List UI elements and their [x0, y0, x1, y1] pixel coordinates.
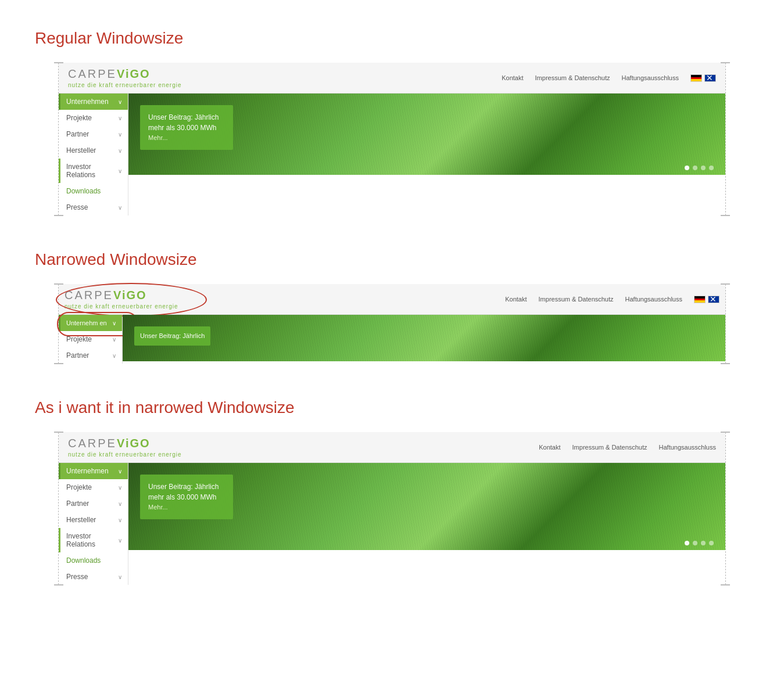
flag-de-n[interactable] — [694, 296, 706, 303]
nav-links-regular: Kontakt Impressum & Datenschutz Haftungs… — [502, 74, 716, 82]
sidebar-item-projekte[interactable]: Projekte ∨ — [59, 110, 128, 126]
hero-area-narrowed: Unser Beitrag: Jährlich — [123, 315, 725, 361]
nav-haftung-d[interactable]: Haftungsausschluss — [659, 444, 716, 451]
logo-narrowed: CARPEViGO nutze die kraft erneuerbarer e… — [65, 289, 178, 310]
nav-kontakt[interactable]: Kontakt — [502, 74, 523, 81]
logo-tagline: nutze die kraft erneuerbarer energie — [68, 82, 182, 88]
sidebar-narrowed: Unternehm en ∨ Projekte ∨ Partner ∨ — [59, 315, 123, 364]
sidebar-item-unternehmen-d[interactable]: Unternehmen ∨ — [59, 463, 128, 479]
nav-kontakt-n[interactable]: Kontakt — [505, 296, 527, 303]
dot-d-1 — [685, 541, 689, 545]
dot-2 — [693, 166, 697, 170]
site-header-regular: CARPEViGO nutze die kraft erneuerbarer e… — [59, 63, 725, 94]
sidebar-item-presse[interactable]: Presse ∨ — [59, 199, 128, 215]
chevron-icon: ∨ — [118, 574, 122, 580]
flag-de[interactable] — [690, 74, 702, 82]
chevron-icon: ∨ — [118, 517, 122, 523]
logo-regular: CARPEViGO nutze die kraft erneuerbarer e… — [68, 67, 182, 88]
nav-kontakt-d[interactable]: Kontakt — [539, 444, 560, 451]
sidebar-desired: Unternehmen ∨ Projekte ∨ Partner ∨ Herst… — [59, 463, 128, 585]
sidebar-item-investor-d[interactable]: Investor Relations ∨ — [59, 528, 128, 552]
site-header-narrowed: CARPEViGO nutze die kraft erneuerbarer e… — [59, 284, 725, 315]
dot-1 — [685, 166, 689, 170]
dot-d-4 — [709, 541, 714, 545]
sidebar-item-partner[interactable]: Partner ∨ — [59, 126, 128, 142]
sidebar-item-hersteller-d[interactable]: Hersteller ∨ — [59, 512, 128, 528]
chevron-icon: ∨ — [118, 115, 122, 121]
dot-4 — [709, 166, 714, 170]
flag-uk-n[interactable] — [708, 296, 719, 303]
chevron-icon: ∨ — [118, 148, 122, 154]
logo-tagline-narrowed: nutze die kraft erneuerbarer energie — [65, 303, 178, 310]
section-title-regular: Regular Windowsize — [35, 29, 749, 48]
sidebar-item-presse-d[interactable]: Presse ∨ — [59, 569, 128, 585]
chevron-icon-d: ∨ — [118, 468, 122, 475]
chevron-icon: ∨ — [118, 537, 122, 544]
logo-desired: CARPEViGO nutze die kraft erneuerbarer e… — [68, 437, 182, 458]
hero-text-d: Unser Beitrag: Jährlich mehr als 30.000 … — [148, 482, 225, 502]
hero-mehr[interactable]: Mehr... — [148, 133, 225, 143]
logo-text-narrowed: CARPEViGO — [65, 289, 178, 302]
main-content-desired: Unser Beitrag: Jährlich mehr als 30.000 … — [128, 463, 725, 585]
sidebar-item-investor[interactable]: Investor Relations ∨ — [59, 159, 128, 183]
section-title-narrowed: Narrowed Windowsize — [35, 250, 749, 269]
nav-haftung-n[interactable]: Haftungsausschluss — [625, 296, 682, 303]
sidebar-item-unternehmen-n[interactable]: Unternehm en ∨ — [59, 315, 122, 331]
sidebar-regular: Unternehmen ∨ Projekte ∨ Partner ∨ Herst… — [59, 94, 128, 215]
sidebar-item-partner-d[interactable]: Partner ∨ — [59, 495, 128, 512]
chevron-icon: ∨ — [118, 168, 122, 174]
hero-text: Unser Beitrag: Jährlich mehr als 30.000 … — [148, 112, 225, 133]
flag-icons-n — [694, 296, 719, 303]
site-header-desired: CARPEViGO nutze die kraft erneuerbarer e… — [59, 432, 725, 463]
nav-impressum-n[interactable]: Impressum & Datenschutz — [539, 296, 614, 303]
hero-area-desired: Unser Beitrag: Jährlich mehr als 30.000 … — [128, 463, 725, 550]
hero-grass-n — [123, 315, 725, 361]
nav-impressum[interactable]: Impressum & Datenschutz — [535, 74, 610, 81]
hero-text-n: Unser Beitrag: Jährlich — [140, 331, 205, 341]
chevron-icon: ∨ — [118, 501, 122, 507]
hero-mehr-d[interactable]: Mehr... — [148, 502, 225, 512]
hero-area-regular: Unser Beitrag: Jährlich mehr als 30.000 … — [128, 94, 725, 175]
flag-icons — [690, 74, 716, 82]
sidebar-item-projekte-n[interactable]: Projekte ∨ — [59, 331, 122, 347]
nav-impressum-d[interactable]: Impressum & Datenschutz — [572, 444, 647, 451]
main-content-narrowed: Unser Beitrag: Jährlich — [123, 315, 725, 364]
frame-narrowed: CARPEViGO nutze die kraft erneuerbarer e… — [58, 284, 726, 364]
sidebar-item-downloads[interactable]: Downloads — [59, 183, 128, 199]
logo-tagline-desired: nutze die kraft erneuerbarer energie — [68, 451, 182, 458]
nav-haftung[interactable]: Haftungsausschluss — [622, 74, 679, 81]
logo-text: CARPEViGO — [68, 67, 182, 81]
sidebar-item-projekte-d[interactable]: Projekte ∨ — [59, 479, 128, 495]
chevron-icon: ∨ — [112, 353, 116, 359]
sidebar-item-downloads-d[interactable]: Downloads — [59, 552, 128, 569]
chevron-icon-n: ∨ — [112, 319, 116, 327]
hero-overlay-d: Unser Beitrag: Jährlich mehr als 30.000 … — [140, 475, 233, 519]
hero-overlay-n: Unser Beitrag: Jährlich — [134, 326, 210, 346]
nav-links-narrowed: Kontakt Impressum & Datenschutz Haftungs… — [505, 296, 719, 303]
section-title-desired: As i want it in narrowed Windowsize — [35, 398, 749, 417]
sidebar-item-unternehmen[interactable]: Unternehmen ∨ — [59, 94, 128, 110]
main-content-regular: Unser Beitrag: Jährlich mehr als 30.000 … — [128, 94, 725, 215]
sidebar-item-hersteller[interactable]: Hersteller ∨ — [59, 142, 128, 159]
sidebar-item-partner-n[interactable]: Partner ∨ — [59, 347, 122, 364]
dot-d-2 — [693, 541, 697, 545]
nav-links-desired: Kontakt Impressum & Datenschutz Haftungs… — [539, 444, 716, 451]
chevron-icon: ∨ — [118, 99, 122, 105]
chevron-icon: ∨ — [118, 204, 122, 211]
flag-uk[interactable] — [704, 74, 716, 82]
site-body-narrowed: Unternehm en ∨ Projekte ∨ Partner ∨ — [59, 315, 725, 364]
hero-overlay: Unser Beitrag: Jährlich mehr als 30.000 … — [140, 105, 233, 150]
site-body-desired: Unternehmen ∨ Projekte ∨ Partner ∨ Herst… — [59, 463, 725, 585]
hero-dots-d — [685, 541, 714, 545]
frame-desired: CARPEViGO nutze die kraft erneuerbarer e… — [58, 432, 726, 585]
logo-text-desired: CARPEViGO — [68, 437, 182, 450]
chevron-icon: ∨ — [118, 484, 122, 491]
hero-dots — [685, 166, 714, 170]
dot-d-3 — [701, 541, 706, 545]
chevron-icon: ∨ — [112, 336, 116, 343]
dot-3 — [701, 166, 706, 170]
frame-regular: CARPEViGO nutze die kraft erneuerbarer e… — [58, 63, 726, 215]
chevron-icon: ∨ — [118, 131, 122, 138]
site-body-regular: Unternehmen ∨ Projekte ∨ Partner ∨ Herst… — [59, 94, 725, 215]
